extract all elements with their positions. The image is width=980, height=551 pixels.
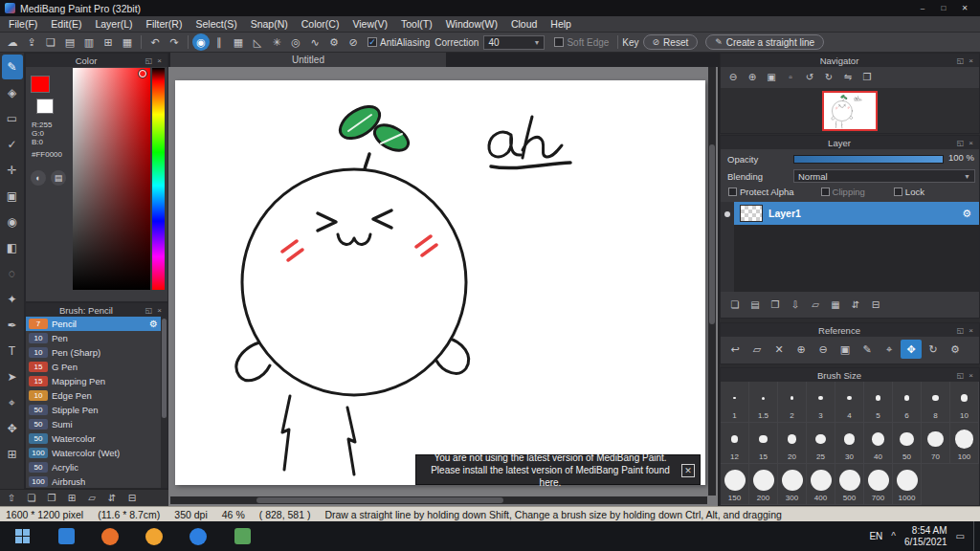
- menu-item-help[interactable]: Help: [544, 16, 578, 32]
- brush-size-12[interactable]: 12: [721, 423, 749, 464]
- close-panel-icon[interactable]: ×: [966, 371, 976, 380]
- popout-panel-icon[interactable]: ◱: [955, 326, 966, 335]
- brush-tool[interactable]: ✎: [2, 55, 23, 79]
- snap-perspective-icon[interactable]: ◺: [248, 33, 267, 51]
- layer-settings-icon[interactable]: ⚙: [962, 208, 971, 220]
- brush-size-30[interactable]: 30: [835, 423, 864, 464]
- divide-tool[interactable]: ⊞: [2, 442, 23, 467]
- menu-item-snap[interactable]: Snap(N): [244, 16, 295, 32]
- snap-settings-icon[interactable]: ⚙: [324, 33, 344, 51]
- brush-size-300[interactable]: 300: [778, 464, 807, 505]
- create-straight-line-button[interactable]: ✎ Create a straight line: [705, 34, 824, 50]
- close-button[interactable]: ✕: [954, 2, 975, 14]
- move-tool[interactable]: ✛: [2, 158, 23, 183]
- new-layer-icon[interactable]: ❏: [726, 297, 744, 312]
- foreground-color-swatch[interactable]: [31, 76, 50, 93]
- firefox-app-icon[interactable]: [88, 521, 132, 551]
- hand-icon[interactable]: ✥: [901, 340, 922, 359]
- tab-untitled[interactable]: Untitled: [170, 53, 446, 67]
- brush-size-40[interactable]: 40: [864, 423, 893, 464]
- brush-item-mapping-pen[interactable]: 15Mapping Pen: [26, 374, 161, 388]
- brush-size-10[interactable]: 10: [950, 382, 979, 423]
- back-icon[interactable]: ↩: [724, 340, 746, 359]
- pen-pick-icon[interactable]: ✎: [857, 340, 878, 359]
- reset-button[interactable]: ⊘ Reset: [643, 34, 699, 50]
- close-panel-icon[interactable]: ×: [966, 56, 976, 65]
- eyedropper-tool[interactable]: ⌖: [2, 390, 23, 415]
- menu-item-cloud[interactable]: Cloud: [504, 16, 544, 32]
- navigator-thumbnail[interactable]: [822, 91, 878, 131]
- brush-list-scrollbar[interactable]: [161, 317, 167, 488]
- magic-wand-tool[interactable]: ✦: [2, 287, 23, 312]
- brush-size-50[interactable]: 50: [893, 423, 922, 464]
- brush-size-500[interactable]: 500: [835, 464, 864, 505]
- close-panel-icon[interactable]: ×: [966, 139, 976, 147]
- background-color-swatch[interactable]: [36, 99, 54, 114]
- correction-select[interactable]: 40 ▼: [483, 35, 545, 50]
- snap-parallel-icon[interactable]: ∥: [210, 33, 229, 51]
- zoom-in-icon[interactable]: ⊕: [791, 340, 812, 359]
- add-folder-icon[interactable]: ⊞: [64, 491, 79, 505]
- delete-layer-icon[interactable]: ⊟: [867, 297, 884, 312]
- popout-panel-icon[interactable]: ◱: [955, 56, 966, 65]
- layer-row[interactable]: Layer1⚙: [734, 202, 979, 225]
- bucket-tool[interactable]: ◉: [2, 209, 23, 234]
- brush-item-acrylic[interactable]: 50Acrylic: [26, 460, 161, 474]
- sync-icon[interactable]: ⇵: [104, 491, 120, 505]
- canvas-vertical-scrollbar[interactable]: [708, 67, 716, 496]
- settings-icon[interactable]: ⚙: [945, 340, 966, 359]
- brush-item-airbrush[interactable]: 100Airbrush: [26, 474, 161, 488]
- show-desktop-button[interactable]: [973, 521, 978, 551]
- redo-icon[interactable]: ↷: [165, 33, 184, 51]
- soft-edge-checkbox[interactable]: Soft Edge: [554, 37, 609, 48]
- text-tool[interactable]: T: [2, 339, 23, 364]
- menu-item-layer[interactable]: Layer(L): [88, 16, 139, 32]
- brush-settings-icon[interactable]: ⚙: [149, 319, 158, 329]
- menu-item-color[interactable]: Color(C): [295, 16, 346, 32]
- brush-size-200[interactable]: 200: [749, 464, 778, 505]
- edge-app-icon[interactable]: [176, 521, 220, 551]
- brush-size-3[interactable]: 3: [807, 382, 835, 423]
- menu-item-view[interactable]: View(V): [345, 16, 394, 32]
- zoom-actual-icon[interactable]: ▫: [782, 69, 799, 84]
- mail-app-icon[interactable]: [44, 521, 88, 551]
- eyedropper-icon[interactable]: ⌖: [879, 340, 900, 359]
- blending-select[interactable]: Normal ▼: [793, 169, 975, 183]
- rotate-left-icon[interactable]: ↺: [801, 69, 818, 84]
- maximize-button[interactable]: □: [933, 2, 954, 14]
- brush-size-5[interactable]: 5: [864, 382, 893, 423]
- brush-size-2[interactable]: 2: [778, 382, 807, 423]
- tray-caret-icon[interactable]: ^: [891, 531, 896, 541]
- brush-size-15[interactable]: 15: [749, 423, 778, 464]
- lock-checkbox[interactable]: Lock: [894, 187, 924, 197]
- scrollbar-thumb[interactable]: [709, 144, 715, 324]
- chat-icon[interactable]: ❏: [41, 33, 60, 51]
- select-pen-tool[interactable]: ✓: [2, 132, 23, 157]
- color-gradient-picker[interactable]: [73, 68, 150, 290]
- zoom-fit-icon[interactable]: ▣: [763, 69, 780, 84]
- eraser-tool[interactable]: ◈: [2, 80, 23, 105]
- close-panel-icon[interactable]: ×: [966, 326, 976, 335]
- brush-size-100[interactable]: 100: [950, 423, 979, 464]
- hue-bar[interactable]: [152, 68, 165, 290]
- brush-size-6[interactable]: 6: [893, 382, 922, 423]
- brush-item-watercolor[interactable]: 50Watercolor: [26, 431, 161, 446]
- lasso-tool[interactable]: ◌: [2, 261, 23, 286]
- merge-down-icon[interactable]: ⇩: [787, 297, 804, 312]
- new-folder-icon[interactable]: ▤: [746, 297, 764, 312]
- menu-item-select[interactable]: Select(S): [189, 16, 243, 32]
- trash-icon[interactable]: ⊟: [124, 491, 140, 505]
- pen-tool[interactable]: ✒: [2, 313, 23, 338]
- minimize-button[interactable]: –: [912, 2, 933, 14]
- snap-curve-icon[interactable]: ∿: [305, 33, 324, 51]
- fit-icon[interactable]: ▣: [835, 340, 856, 359]
- brush-item-edge-pen[interactable]: 10Edge Pen: [26, 388, 161, 403]
- menu-item-edit[interactable]: Edit(E): [44, 16, 88, 32]
- brush-size-400[interactable]: 400: [807, 464, 835, 505]
- brush-size-4[interactable]: 4: [835, 382, 864, 423]
- color-set-icon[interactable]: ▤: [51, 170, 66, 186]
- brush-size-20[interactable]: 20: [778, 423, 807, 464]
- brush-cursor-icon[interactable]: ◉: [192, 33, 210, 51]
- close-panel-icon[interactable]: ×: [154, 56, 165, 65]
- canvas-horizontal-scrollbar[interactable]: [170, 496, 707, 504]
